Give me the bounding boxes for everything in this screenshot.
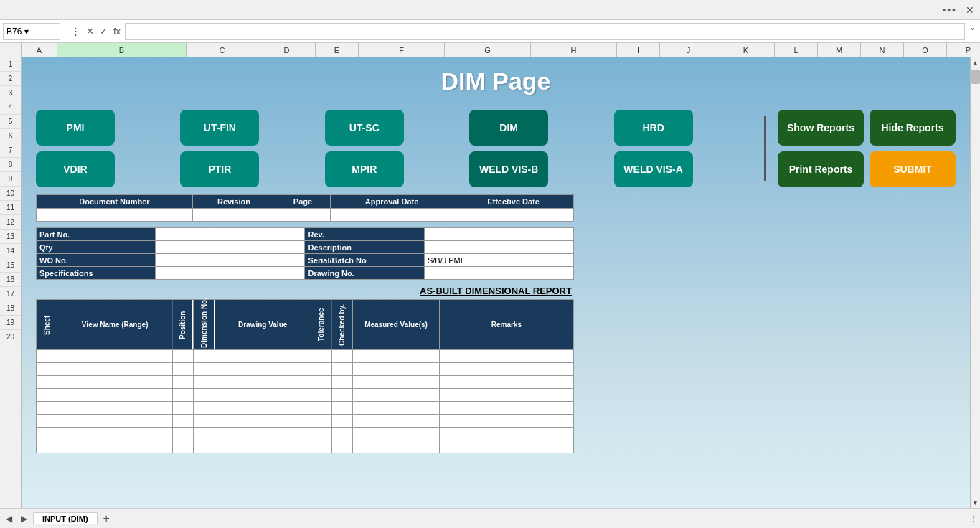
scroll-down-arrow[interactable]: ▼ bbox=[971, 497, 980, 508]
col-header-D[interactable]: D bbox=[258, 43, 316, 57]
bottom-bar: ◀ ▶ INPUT (DIM) + ⋮ bbox=[0, 508, 980, 528]
value-part-no[interactable] bbox=[156, 228, 305, 241]
col-header-L[interactable]: L bbox=[775, 43, 818, 57]
spreadsheet-area: 1 2 3 4 5 6 7 8 9 10 11 12 13 14 15 16 1… bbox=[0, 57, 980, 508]
add-sheet-button[interactable]: + bbox=[100, 512, 113, 525]
formula-fx-icon[interactable]: fx bbox=[112, 26, 122, 37]
cell-ref-dropdown-icon[interactable]: ▾ bbox=[24, 27, 29, 37]
col-checked-by: Checked by. bbox=[331, 300, 352, 350]
value-serial-batch[interactable]: S/B/J PMI bbox=[424, 254, 573, 267]
row-num-18: 18 bbox=[0, 301, 21, 316]
data-row bbox=[37, 402, 574, 415]
nav-btn-mpir[interactable]: MPIR bbox=[325, 151, 404, 187]
doc-cell-revision[interactable] bbox=[192, 209, 275, 222]
col-header-J[interactable]: J bbox=[660, 43, 717, 57]
nav-area: PMI UT-FIN UT-SC DIM HRD VDIR PTIR MPIR … bbox=[36, 110, 956, 187]
col-header-F[interactable]: F bbox=[359, 43, 445, 57]
sheet-nav-left[interactable]: ◀ bbox=[3, 514, 15, 524]
hide-reports-button[interactable]: Hide Reports bbox=[870, 110, 956, 146]
formula-icons: ⋮ ✕ ✓ fx bbox=[70, 26, 122, 37]
data-row bbox=[37, 363, 574, 376]
submit-button[interactable]: SUBMIT bbox=[870, 151, 956, 187]
col-header-A[interactable]: A bbox=[22, 43, 57, 57]
row-num-4: 4 bbox=[0, 100, 21, 115]
scrollbar-thumb[interactable] bbox=[971, 70, 980, 84]
col-header-M[interactable]: M bbox=[818, 43, 861, 57]
row-col-spacer bbox=[0, 43, 22, 57]
col-header-B[interactable]: B bbox=[57, 43, 187, 57]
label-wo-no: WO No. bbox=[37, 254, 156, 267]
nav-btn-hrd[interactable]: HRD bbox=[614, 110, 693, 146]
value-drawing-no[interactable] bbox=[424, 267, 573, 280]
cell-reference[interactable]: B76 ▾ bbox=[3, 23, 60, 40]
nav-btn-weld-vis-a[interactable]: WELD VIS-A bbox=[614, 151, 693, 187]
nav-buttons-right: Show Reports Hide Reports Print Reports … bbox=[778, 110, 956, 187]
nav-btn-pmi[interactable]: PMI bbox=[36, 110, 115, 146]
nav-btn-ptir[interactable]: PTIR bbox=[180, 151, 259, 187]
nav-btn-weld-vis-b[interactable]: WELD VIS-B bbox=[469, 151, 548, 187]
col-tolerance: Tolerance bbox=[311, 300, 331, 350]
col-header-G[interactable]: G bbox=[445, 43, 531, 57]
nav-divider bbox=[764, 116, 766, 181]
parts-row-1: Part No. Rev. bbox=[37, 228, 574, 241]
formula-expand-icon[interactable]: ˅ bbox=[968, 27, 977, 35]
row-num-9: 9 bbox=[0, 172, 21, 187]
label-serial-batch: Serial/Batch No bbox=[305, 254, 424, 267]
formula-confirm-icon[interactable]: ✓ bbox=[98, 26, 109, 37]
value-wo-no[interactable] bbox=[156, 254, 305, 267]
row-num-13: 13 bbox=[0, 230, 21, 244]
nav-btn-vdir[interactable]: VDIR bbox=[36, 151, 115, 187]
doc-cell-approval[interactable] bbox=[330, 209, 453, 222]
col-drawing-value: Drawing Value bbox=[215, 300, 311, 350]
label-rev: Rev. bbox=[305, 228, 424, 241]
col-header-H[interactable]: H bbox=[531, 43, 617, 57]
nav-btn-ut-fin[interactable]: UT-FIN bbox=[180, 110, 259, 146]
label-specifications: Specifications bbox=[37, 267, 156, 280]
data-row bbox=[37, 350, 574, 363]
data-row bbox=[37, 415, 574, 428]
row-num-15: 15 bbox=[0, 258, 21, 273]
doc-cell-effective[interactable] bbox=[453, 209, 574, 222]
parts-row-3: WO No. Serial/Batch No S/B/J PMI bbox=[37, 254, 574, 267]
print-reports-button[interactable]: Print Reports bbox=[778, 151, 864, 187]
page-title: DIM Page bbox=[36, 63, 956, 100]
sheet-tab-input-dim[interactable]: INPUT (DIM) bbox=[33, 512, 98, 524]
row-num-12: 12 bbox=[0, 215, 21, 230]
col-header-P[interactable]: P bbox=[947, 43, 980, 57]
nav-btn-ut-sc[interactable]: UT-SC bbox=[325, 110, 404, 146]
doc-col-number: Document Number bbox=[37, 195, 193, 209]
row-num-19: 19 bbox=[0, 316, 21, 330]
row-num-7: 7 bbox=[0, 143, 21, 158]
label-drawing-no: Drawing No. bbox=[305, 267, 424, 280]
row-num-3: 3 bbox=[0, 86, 21, 100]
col-header-E[interactable]: E bbox=[316, 43, 359, 57]
title-bar-dots: ••• bbox=[942, 4, 957, 16]
nav-btn-dim[interactable]: DIM bbox=[469, 110, 548, 146]
value-qty[interactable] bbox=[156, 241, 305, 254]
doc-col-page: Page bbox=[275, 195, 331, 209]
more-options-icon[interactable]: ⋮ bbox=[970, 514, 977, 522]
col-header-N[interactable]: N bbox=[861, 43, 904, 57]
doc-cell-page[interactable] bbox=[275, 209, 331, 222]
scroll-up-arrow[interactable]: ▲ bbox=[971, 57, 980, 68]
formula-more-icon[interactable]: ⋮ bbox=[70, 26, 82, 37]
value-description[interactable] bbox=[424, 241, 573, 254]
col-header-C[interactable]: C bbox=[187, 43, 258, 57]
parts-row-4: Specifications Drawing No. bbox=[37, 267, 574, 280]
formula-input[interactable] bbox=[125, 23, 965, 40]
formula-cancel-icon[interactable]: ✕ bbox=[85, 26, 95, 37]
row-num-5: 5 bbox=[0, 115, 21, 129]
doc-cell-number[interactable] bbox=[37, 209, 193, 222]
formula-separator bbox=[65, 24, 65, 39]
col-header-I[interactable]: I bbox=[617, 43, 660, 57]
sheet-nav-right[interactable]: ▶ bbox=[18, 514, 30, 524]
show-reports-button[interactable]: Show Reports bbox=[778, 110, 864, 146]
row-num-2: 2 bbox=[0, 72, 21, 86]
value-rev[interactable] bbox=[424, 228, 573, 241]
col-header-K[interactable]: K bbox=[717, 43, 775, 57]
scrollbar-right[interactable]: ▲ ▼ bbox=[970, 57, 980, 508]
value-specifications[interactable] bbox=[156, 267, 305, 280]
close-button[interactable]: ✕ bbox=[966, 4, 974, 16]
row-num-10: 10 bbox=[0, 187, 21, 201]
col-header-O[interactable]: O bbox=[904, 43, 947, 57]
